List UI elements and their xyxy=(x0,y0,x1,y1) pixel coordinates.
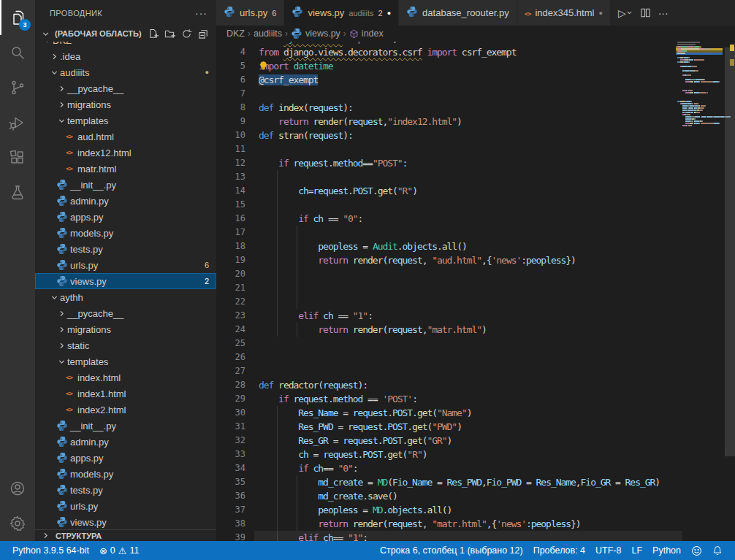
tree-item-__pycache__[interactable]: __pycache__ xyxy=(35,305,216,321)
tree-item-apps.py[interactable]: apps.py xyxy=(35,209,216,225)
tree-item-views.py[interactable]: views.py xyxy=(35,514,216,530)
tree-item-aud.html[interactable]: <>aud.html xyxy=(35,129,216,145)
tree-item-templates[interactable]: templates xyxy=(35,112,216,129)
workspace-section-header[interactable]: (РАБОЧАЯ ОБЛАСТЬ) ... xyxy=(35,26,216,42)
status-cursor-position[interactable]: Строка 6, столбец 1 (выбрано 12) xyxy=(375,545,528,556)
split-editor-icon[interactable] xyxy=(640,7,651,18)
breadcrumb-item-index[interactable]: index xyxy=(349,28,384,39)
bell-icon[interactable] xyxy=(707,545,728,556)
code-line-30[interactable]: Res_Name = request.POST.get("Name") xyxy=(259,406,471,420)
tree-item-static[interactable]: static xyxy=(35,337,216,353)
tree-item-index12.html[interactable]: <>index12.html xyxy=(35,145,216,161)
code-line-18[interactable]: peopless = Audit.objects.all() xyxy=(259,239,467,253)
refresh-icon[interactable] xyxy=(179,26,194,41)
status-python-version[interactable]: Python 3.9.5 64-bit xyxy=(7,545,94,556)
new-file-icon[interactable] xyxy=(145,26,160,41)
tree-item-templates[interactable]: templates xyxy=(35,353,216,369)
feedback-icon[interactable] xyxy=(686,545,707,556)
status-indentation[interactable]: Пробелов: 4 xyxy=(528,545,590,556)
code-line-36[interactable]: md_create.save() xyxy=(259,489,397,503)
unsaved-dot-icon[interactable]: ● xyxy=(598,9,602,17)
status-language[interactable]: Python xyxy=(647,545,686,556)
code-line-12[interactable]: if request.method=="POST": xyxy=(259,156,407,170)
sidebar-more-actions-icon[interactable]: ··· xyxy=(195,7,207,19)
tree-item-matr.html[interactable]: <>matr.html xyxy=(35,161,216,177)
code-line-5[interactable]: import datetime xyxy=(259,59,333,73)
tree-item-urls.py[interactable]: urls.py6 xyxy=(35,257,216,273)
code-line-35[interactable]: md_create = MD(Fio_Name = Res_PWD,Fio_PW… xyxy=(259,475,660,489)
tab-urls.py[interactable]: urls.py6 xyxy=(216,0,284,26)
code-line-10[interactable]: def stran(request): xyxy=(259,129,353,142)
code-line-23[interactable]: elif ch == "1": xyxy=(259,309,373,323)
tab-database_roouter.py[interactable]: database_roouter.py xyxy=(399,0,517,26)
code-line-9[interactable]: return render(request,"index12.html") xyxy=(259,115,462,129)
tree-item-audiiits[interactable]: audiiits● xyxy=(35,64,216,80)
code-line-38[interactable]: return render(request, "matr.html",{'new… xyxy=(259,517,581,531)
activity-run-debug-icon[interactable] xyxy=(0,105,35,140)
activity-search-icon[interactable] xyxy=(0,35,35,70)
tree-item-index2.html[interactable]: <>index2.html xyxy=(35,402,216,418)
editor-code-area[interactable]: from aythh.models import MD,Auditfrom dj… xyxy=(259,42,675,541)
tree-item-tests.py[interactable]: tests.py xyxy=(35,482,216,498)
code-line-14[interactable]: ch=request.POST.get("R") xyxy=(259,184,417,198)
tree-item-admin.py[interactable]: admin.py xyxy=(35,193,216,209)
tab-views.py[interactable]: views.pyaudiiits2● xyxy=(284,0,399,26)
code-line-19[interactable]: return render(request, "aud.html",{'news… xyxy=(259,253,576,267)
code-line-29[interactable]: if request.method == 'POST': xyxy=(259,392,417,406)
warnings-count: 11 xyxy=(129,545,139,556)
tree-item-label: tests.py xyxy=(70,485,103,496)
tree-item-apps.py[interactable]: apps.py xyxy=(35,450,216,466)
code-line-31[interactable]: Res_PWD = request.POST.get("PWD") xyxy=(259,420,462,434)
status-problems[interactable]: ⊗ 0 ⚠ 11 xyxy=(94,545,145,556)
run-button[interactable]: ▷ xyxy=(618,7,633,19)
breadcrumb-item-views.py[interactable]: views.py xyxy=(291,28,340,39)
tree-item-index.html[interactable]: <>index.html xyxy=(35,369,216,386)
tree-item-admin.py[interactable]: admin.py xyxy=(35,434,216,450)
activity-extensions-icon[interactable] xyxy=(0,140,35,175)
code-editor[interactable]: 3456789101112131415161718192021222324252… xyxy=(216,42,735,541)
activity-explorer-icon[interactable]: 3 xyxy=(0,0,35,35)
outline-section-header[interactable]: СТРУКТУРА xyxy=(35,529,216,541)
tree-item-views.py[interactable]: views.py2 xyxy=(35,273,216,289)
activity-settings-icon[interactable] xyxy=(0,506,35,541)
code-line-6[interactable]: @csrf_exempt xyxy=(259,73,318,87)
tree-item-urls.py[interactable]: urls.py xyxy=(35,498,216,514)
tree-item-.idea[interactable]: .idea xyxy=(35,48,216,64)
tree-item-migrations[interactable]: migrations xyxy=(35,96,216,112)
editor-scrollbar[interactable] xyxy=(725,42,735,541)
code-line-28[interactable]: def redactor(request): xyxy=(259,378,368,392)
tab-index345.html[interactable]: <>index345.html● xyxy=(517,0,611,26)
new-folder-icon[interactable] xyxy=(162,26,177,41)
tree-item-tests.py[interactable]: tests.py xyxy=(35,241,216,257)
activity-testing-icon[interactable] xyxy=(0,175,35,210)
breadcrumb-item-audiiits[interactable]: audiiits xyxy=(254,28,282,39)
activity-account-icon[interactable] xyxy=(0,471,35,506)
minimap-line xyxy=(714,123,719,124)
code-line-4[interactable]: from django.views.decorators.csrf import… xyxy=(259,45,516,59)
tree-item-aythh[interactable]: aythh xyxy=(35,289,216,305)
code-line-32[interactable]: Res_GR = request.POST.get("GR") xyxy=(259,434,452,448)
code-line-16[interactable]: if ch == "0": xyxy=(259,212,362,226)
status-encoding[interactable]: UTF-8 xyxy=(590,545,626,556)
code-line-24[interactable]: return render(request,"matr.html") xyxy=(259,323,487,337)
tree-item-index1.html[interactable]: <>index1.html xyxy=(35,386,216,402)
breadcrumb-item-DKZ[interactable]: DKZ xyxy=(226,28,245,39)
tree-item-__init__.py[interactable]: __init__.py xyxy=(35,177,216,193)
code-line-8[interactable]: def index(request): xyxy=(259,101,353,115)
tree-item-models.py[interactable]: models.py xyxy=(35,225,216,241)
code-line-34[interactable]: if ch== "0": xyxy=(259,461,358,475)
scrollbar-slider[interactable] xyxy=(725,47,735,456)
code-line-37[interactable]: peopless = MD.objects.all() xyxy=(259,503,452,517)
code-line-33[interactable]: ch = request.POST.get("R") xyxy=(259,448,427,461)
lightbulb-icon[interactable] xyxy=(259,61,268,74)
tree-item-__pycache__[interactable]: __pycache__ xyxy=(35,80,216,96)
tree-item-migrations[interactable]: migrations xyxy=(35,321,216,337)
tree-item-models.py[interactable]: models.py xyxy=(35,466,216,482)
unsaved-dot-icon[interactable]: ● xyxy=(387,9,391,17)
status-eol[interactable]: LF xyxy=(626,545,647,556)
minimap[interactable] xyxy=(676,42,723,541)
activity-source-control-icon[interactable] xyxy=(0,70,35,105)
tree-item-__init__.py[interactable]: __init__.py xyxy=(35,418,216,434)
more-actions-icon[interactable]: ··· xyxy=(658,7,669,19)
collapse-all-icon[interactable] xyxy=(196,26,210,41)
